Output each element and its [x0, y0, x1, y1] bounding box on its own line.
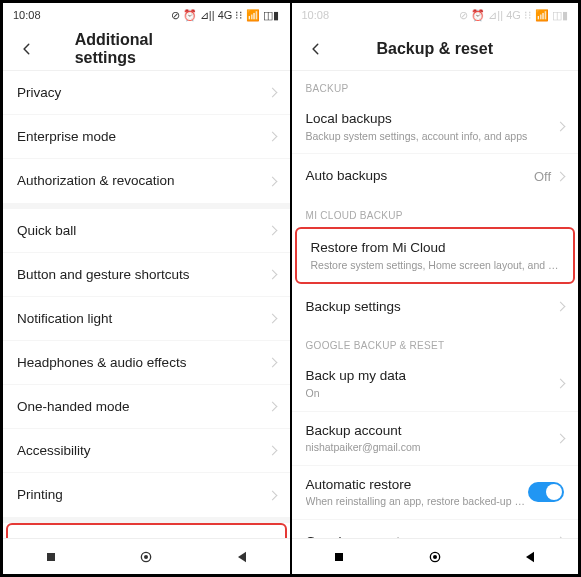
chevron-right-icon	[267, 88, 277, 98]
row-authorization-revocation[interactable]: Authorization & revocation	[3, 159, 290, 203]
page-title: Backup & reset	[377, 40, 494, 58]
nav-back[interactable]	[520, 547, 540, 567]
row-backup-account[interactable]: Backup accountnishatpaiker@gmail.com	[292, 412, 579, 466]
nav-home[interactable]	[136, 547, 156, 567]
row-enterprise-mode[interactable]: Enterprise mode	[3, 115, 290, 159]
chevron-right-icon	[556, 171, 566, 181]
highlight-restore-mi-cloud: Restore from Mi CloudRestore system sett…	[295, 227, 576, 284]
row-restore-mi-cloud[interactable]: Restore from Mi CloudRestore system sett…	[297, 229, 574, 282]
row-one-handed[interactable]: One-handed mode	[3, 385, 290, 429]
status-indicators: ⊘ ⏰ ⊿|| 4G ⁝⁝ 📶 ◫▮	[171, 9, 280, 22]
row-accessibility[interactable]: Accessibility	[3, 429, 290, 473]
chevron-right-icon	[267, 490, 277, 500]
page-header: Backup & reset	[292, 27, 579, 71]
settings-list: BACKUP Local backupsBackup system settin…	[292, 71, 579, 538]
toggle-automatic-restore[interactable]	[528, 482, 564, 502]
chevron-right-icon	[267, 446, 277, 456]
chevron-right-icon	[556, 122, 566, 132]
chevron-right-icon	[267, 176, 277, 186]
chevron-right-icon	[556, 379, 566, 389]
section-mi-cloud: MI CLOUD BACKUP	[292, 198, 579, 227]
nav-bar	[292, 538, 579, 574]
row-headphones-audio[interactable]: Headphones & audio effects	[3, 341, 290, 385]
chevron-right-icon	[267, 358, 277, 368]
settings-list: Privacy Enterprise mode Authorization & …	[3, 71, 290, 538]
svg-point-5	[433, 555, 437, 559]
chevron-right-icon	[267, 132, 277, 142]
chevron-right-icon	[267, 314, 277, 324]
row-backup-reset[interactable]: Backup & reset	[8, 525, 285, 538]
chevron-right-icon	[556, 433, 566, 443]
nav-recent[interactable]	[41, 547, 61, 567]
row-local-backups[interactable]: Local backupsBackup system settings, acc…	[292, 100, 579, 154]
section-google: GOOGLE BACKUP & RESET	[292, 328, 579, 357]
svg-rect-3	[335, 553, 343, 561]
status-bar: 10:08 ⊘ ⏰ ⊿|| 4G ⁝⁝ 📶 ◫▮	[292, 3, 579, 27]
status-time: 10:08	[302, 9, 330, 21]
row-automatic-restore[interactable]: Automatic restoreWhen reinstalling an ap…	[292, 466, 579, 520]
status-time: 10:08	[13, 9, 41, 21]
row-privacy[interactable]: Privacy	[3, 71, 290, 115]
svg-point-2	[144, 555, 148, 559]
chevron-right-icon	[267, 270, 277, 280]
row-auto-backups[interactable]: Auto backups Off	[292, 154, 579, 198]
page-title: Additional settings	[75, 31, 218, 67]
row-backup-my-data[interactable]: Back up my dataOn	[292, 357, 579, 411]
nav-recent[interactable]	[329, 547, 349, 567]
nav-home[interactable]	[425, 547, 445, 567]
row-quick-ball[interactable]: Quick ball	[3, 209, 290, 253]
back-button[interactable]	[304, 37, 328, 61]
chevron-right-icon	[267, 402, 277, 412]
back-button[interactable]	[15, 37, 39, 61]
svg-rect-0	[47, 553, 55, 561]
chevron-right-icon	[556, 301, 566, 311]
row-backup-settings[interactable]: Backup settings	[292, 284, 579, 328]
row-notification-light[interactable]: Notification light	[3, 297, 290, 341]
page-header: Additional settings	[3, 27, 290, 71]
section-backup: BACKUP	[292, 71, 579, 100]
nav-bar	[3, 538, 290, 574]
nav-back[interactable]	[232, 547, 252, 567]
highlight-backup-reset: Backup & reset	[6, 523, 287, 538]
status-indicators: ⊘ ⏰ ⊿|| 4G ⁝⁝ 📶 ◫▮	[459, 9, 568, 22]
row-printing[interactable]: Printing	[3, 473, 290, 517]
row-google-account[interactable]: Google account	[292, 520, 579, 538]
chevron-right-icon	[267, 226, 277, 236]
row-button-gesture[interactable]: Button and gesture shortcuts	[3, 253, 290, 297]
status-bar: 10:08 ⊘ ⏰ ⊿|| 4G ⁝⁝ 📶 ◫▮	[3, 3, 290, 27]
